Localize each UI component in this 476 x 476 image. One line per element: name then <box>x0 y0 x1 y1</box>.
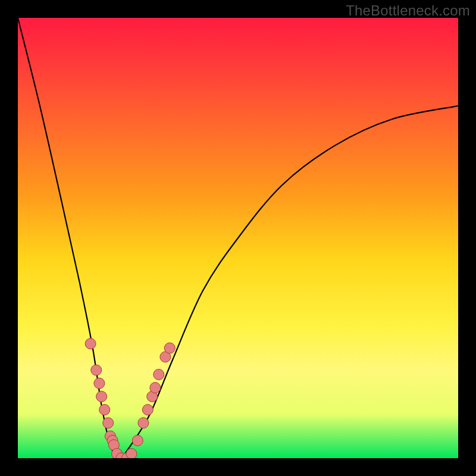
data-point-marker <box>85 339 96 349</box>
data-point-marker <box>126 449 137 458</box>
data-point-marker <box>164 343 175 353</box>
data-point-marker <box>103 418 114 428</box>
data-point-marker <box>138 418 149 428</box>
marker-group <box>85 339 175 458</box>
plot-area <box>18 18 458 458</box>
watermark-text: TheBottleneck.com <box>346 2 470 19</box>
curve-layer <box>18 18 458 458</box>
data-point-marker <box>99 405 110 415</box>
data-point-marker <box>142 405 153 415</box>
data-point-marker <box>154 369 164 380</box>
bottleneck-curve <box>18 18 458 458</box>
data-point-marker <box>96 391 107 402</box>
data-point-marker <box>91 365 102 375</box>
data-point-marker <box>132 435 143 446</box>
chart-stage: TheBottleneck.com <box>0 0 476 476</box>
data-point-marker <box>94 378 105 389</box>
data-point-marker <box>150 383 161 393</box>
